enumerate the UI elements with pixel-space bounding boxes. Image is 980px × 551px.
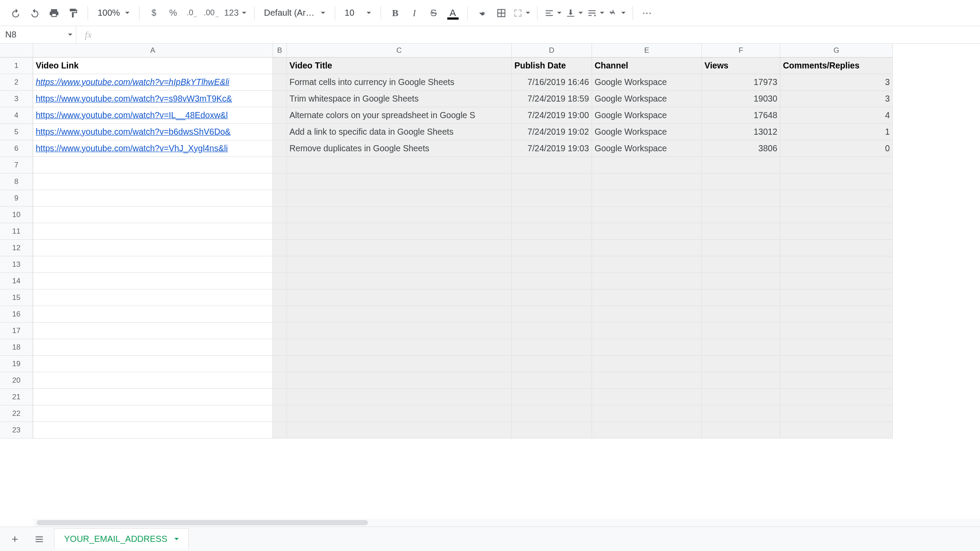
- cell-C10[interactable]: [287, 207, 512, 223]
- cell-G4[interactable]: 4: [780, 107, 893, 124]
- row-header-6[interactable]: 6: [0, 140, 33, 157]
- cell-A8[interactable]: [33, 173, 273, 190]
- row-header-4[interactable]: 4: [0, 107, 33, 124]
- fill-color-button[interactable]: [473, 4, 491, 22]
- vertical-align-dropdown[interactable]: [564, 4, 585, 22]
- cell-C23[interactable]: [287, 422, 512, 439]
- cell-D17[interactable]: [512, 323, 592, 339]
- fontsize-dropdown[interactable]: 10: [340, 4, 375, 22]
- cell-C8[interactable]: [287, 173, 512, 190]
- column-header-B[interactable]: B: [273, 44, 287, 58]
- cell-B13[interactable]: [273, 256, 287, 273]
- cell-A21[interactable]: [33, 389, 273, 405]
- name-box[interactable]: N8: [0, 26, 76, 43]
- cell-D22[interactable]: [512, 405, 592, 422]
- cell-E10[interactable]: [592, 207, 702, 223]
- cell-G18[interactable]: [780, 339, 893, 356]
- select-all-corner[interactable]: [0, 44, 33, 58]
- cell-F20[interactable]: [702, 372, 780, 389]
- cell-B15[interactable]: [273, 289, 287, 306]
- cell-D7[interactable]: [512, 157, 592, 173]
- cell-B12[interactable]: [273, 240, 287, 256]
- cell-E15[interactable]: [592, 289, 702, 306]
- cell-C9[interactable]: [287, 190, 512, 207]
- cell-C15[interactable]: [287, 289, 512, 306]
- borders-button[interactable]: [492, 4, 510, 22]
- cell-C13[interactable]: [287, 256, 512, 273]
- cell-G14[interactable]: [780, 273, 893, 289]
- cell-D16[interactable]: [512, 306, 592, 323]
- cell-B21[interactable]: [273, 389, 287, 405]
- sheet-tab[interactable]: YOUR_EMAIL_ADDRESS: [54, 528, 189, 549]
- cell-A18[interactable]: [33, 339, 273, 356]
- cell-F10[interactable]: [702, 207, 780, 223]
- cell-G1[interactable]: Comments/Replies: [780, 58, 893, 74]
- cell-G21[interactable]: [780, 389, 893, 405]
- cell-D20[interactable]: [512, 372, 592, 389]
- cell-G8[interactable]: [780, 173, 893, 190]
- column-header-F[interactable]: F: [702, 44, 780, 58]
- row-header-7[interactable]: 7: [0, 157, 33, 173]
- cell-A19[interactable]: [33, 356, 273, 372]
- increase-decimal-button[interactable]: .00→: [202, 4, 221, 22]
- grid-area[interactable]: ABCDEFG1Video LinkVideo TitlePublish Dat…: [0, 44, 980, 527]
- format-percent-button[interactable]: %: [164, 4, 182, 22]
- cell-D18[interactable]: [512, 339, 592, 356]
- cell-G17[interactable]: [780, 323, 893, 339]
- cell-C4[interactable]: Alternate colors on your spreadsheet in …: [287, 107, 512, 124]
- cell-E9[interactable]: [592, 190, 702, 207]
- column-header-C[interactable]: C: [287, 44, 512, 58]
- row-header-18[interactable]: 18: [0, 339, 33, 356]
- row-header-9[interactable]: 9: [0, 190, 33, 207]
- cell-B4[interactable]: [273, 107, 287, 124]
- cell-C22[interactable]: [287, 405, 512, 422]
- cell-E19[interactable]: [592, 356, 702, 372]
- cell-B20[interactable]: [273, 372, 287, 389]
- cell-D21[interactable]: [512, 389, 592, 405]
- cell-B18[interactable]: [273, 339, 287, 356]
- cell-A1[interactable]: Video Link: [33, 58, 273, 74]
- row-header-10[interactable]: 10: [0, 207, 33, 223]
- cell-C12[interactable]: [287, 240, 512, 256]
- cell-F8[interactable]: [702, 173, 780, 190]
- cell-C19[interactable]: [287, 356, 512, 372]
- column-header-A[interactable]: A: [33, 44, 273, 58]
- font-dropdown[interactable]: Default (Ari…: [260, 4, 330, 22]
- cell-E14[interactable]: [592, 273, 702, 289]
- cell-C18[interactable]: [287, 339, 512, 356]
- row-header-14[interactable]: 14: [0, 273, 33, 289]
- cell-F18[interactable]: [702, 339, 780, 356]
- redo-button[interactable]: [26, 4, 44, 22]
- cell-A12[interactable]: [33, 240, 273, 256]
- row-header-11[interactable]: 11: [0, 223, 33, 240]
- cell-C16[interactable]: [287, 306, 512, 323]
- cell-F1[interactable]: Views: [702, 58, 780, 74]
- more-formats-dropdown[interactable]: 123: [221, 4, 248, 22]
- cell-G10[interactable]: [780, 207, 893, 223]
- cell-B23[interactable]: [273, 422, 287, 439]
- cell-F5[interactable]: 13012: [702, 124, 780, 140]
- cell-F19[interactable]: [702, 356, 780, 372]
- cell-E7[interactable]: [592, 157, 702, 173]
- scrollbar-thumb[interactable]: [37, 520, 368, 525]
- cell-D11[interactable]: [512, 223, 592, 240]
- text-rotation-dropdown[interactable]: [607, 4, 627, 22]
- row-header-20[interactable]: 20: [0, 372, 33, 389]
- print-button[interactable]: [45, 4, 63, 22]
- format-currency-button[interactable]: $: [145, 4, 163, 22]
- row-header-22[interactable]: 22: [0, 405, 33, 422]
- cell-G20[interactable]: [780, 372, 893, 389]
- row-header-8[interactable]: 8: [0, 173, 33, 190]
- decrease-decimal-button[interactable]: .0←: [183, 4, 201, 22]
- cell-B22[interactable]: [273, 405, 287, 422]
- cell-D15[interactable]: [512, 289, 592, 306]
- cell-F2[interactable]: 17973: [702, 74, 780, 91]
- horizontal-scrollbar[interactable]: [33, 519, 980, 527]
- row-header-3[interactable]: 3: [0, 91, 33, 107]
- column-header-G[interactable]: G: [780, 44, 893, 58]
- all-sheets-button[interactable]: [30, 530, 49, 549]
- row-header-21[interactable]: 21: [0, 389, 33, 405]
- cell-C5[interactable]: Add a link to specific data in Google Sh…: [287, 124, 512, 140]
- cell-D19[interactable]: [512, 356, 592, 372]
- cell-F3[interactable]: 19030: [702, 91, 780, 107]
